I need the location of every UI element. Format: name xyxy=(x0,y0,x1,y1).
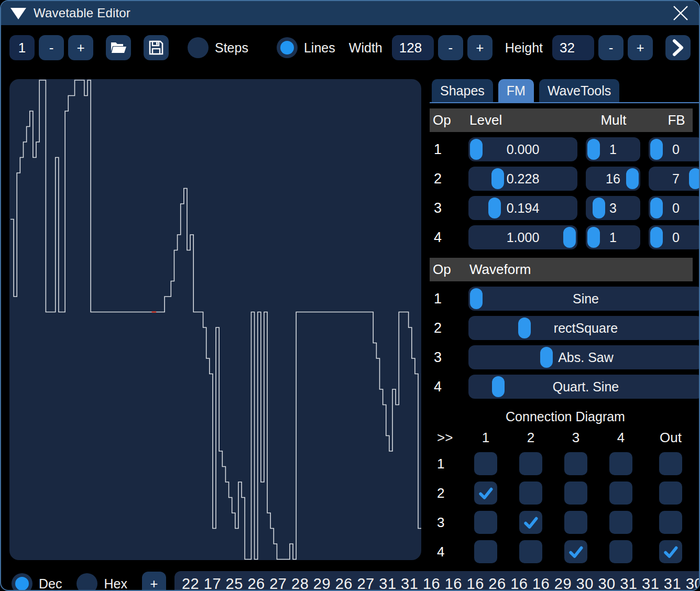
op3-mult-value: 3 xyxy=(586,196,640,220)
fm-table-header: Op Level Mult FB xyxy=(430,108,693,132)
width-minus-button[interactable]: - xyxy=(438,35,463,60)
frame-minus-button[interactable]: - xyxy=(39,35,64,60)
frame-number-display: 1 xyxy=(9,35,35,60)
op1-level-slider[interactable]: 0.000 xyxy=(468,137,577,161)
conn-checkbox-r4-c4[interactable] xyxy=(609,540,632,563)
waveform-plot xyxy=(9,79,421,560)
op2-fb-slider[interactable]: 7 xyxy=(649,167,700,191)
height-plus-button[interactable]: + xyxy=(628,35,653,60)
frame-plus-button[interactable]: + xyxy=(68,35,93,60)
conn-checkbox-r2-c4[interactable] xyxy=(609,481,632,505)
conn-checkbox-r2-c1[interactable] xyxy=(474,481,497,505)
conn-header-arrows: >> xyxy=(434,430,463,446)
check-icon xyxy=(521,513,540,532)
conn-row-label-4: 4 xyxy=(434,544,463,560)
tab-wavetools[interactable]: WaveTools xyxy=(539,79,619,102)
wavetable-editor-window: Wavetable Editor 1 - + xyxy=(0,0,700,591)
op1-waveform-slider[interactable]: Sine xyxy=(468,287,700,311)
wf-op-number: 1 xyxy=(432,291,460,307)
fm-op-number: 1 xyxy=(432,141,460,158)
op1-mult-slider[interactable]: 1 xyxy=(586,137,640,161)
check-icon xyxy=(661,542,680,561)
waveform-table: 1 Sine 2 rectSquare 3 Abs. Saw 4 Quart. … xyxy=(430,287,700,399)
height-minus-button[interactable]: - xyxy=(598,35,624,60)
op1-waveform-name: Sine xyxy=(468,287,700,311)
fm-op-number: 2 xyxy=(432,171,460,187)
width-plus-button[interactable]: + xyxy=(467,35,493,60)
op2-waveform-name: rectSquare xyxy=(468,316,700,340)
save-button[interactable] xyxy=(144,35,169,60)
conn-checkbox-r1-c1[interactable] xyxy=(474,452,497,475)
height-label: Height xyxy=(505,40,543,56)
fm-header-fb: FB xyxy=(649,112,700,128)
values-plus-button[interactable]: + xyxy=(142,572,166,591)
conn-checkbox-r4-c3[interactable] xyxy=(564,540,587,563)
op4-waveform-slider[interactable]: Quart. Sine xyxy=(468,375,700,399)
open-file-button[interactable] xyxy=(106,35,131,60)
op4-fb-value: 0 xyxy=(649,225,700,249)
conn-checkbox-r4-c5[interactable] xyxy=(659,540,682,563)
conn-checkbox-r2-c2[interactable] xyxy=(519,481,542,505)
width-value: 128 xyxy=(392,35,434,60)
tab-bar: Shapes FM WaveTools xyxy=(430,79,700,103)
op4-mult-slider[interactable]: 1 xyxy=(586,225,640,249)
height-value: 32 xyxy=(552,35,594,60)
op2-mult-value: 16 xyxy=(586,167,640,191)
conn-header-1: 1 xyxy=(463,430,508,446)
hex-radio[interactable] xyxy=(76,573,97,591)
titlebar: Wavetable Editor xyxy=(1,1,699,25)
connection-grid: >> 1 2 3 4 Out 1234 xyxy=(430,430,700,563)
tab-shapes[interactable]: Shapes xyxy=(432,79,493,102)
conn-checkbox-r2-c5[interactable] xyxy=(659,481,682,505)
op3-fb-value: 0 xyxy=(649,196,700,220)
conn-header-2: 2 xyxy=(508,430,553,446)
fm-header-mult: Mult xyxy=(586,112,640,128)
conn-checkbox-r3-c1[interactable] xyxy=(474,511,497,534)
dec-radio[interactable] xyxy=(12,573,32,591)
wf-header-waveform: Waveform xyxy=(468,261,700,278)
op3-waveform-slider[interactable]: Abs. Saw xyxy=(468,345,700,369)
conn-checkbox-r3-c4[interactable] xyxy=(609,511,632,534)
conn-checkbox-r1-c5[interactable] xyxy=(659,452,682,475)
conn-header-3: 3 xyxy=(553,430,598,446)
steps-radio[interactable] xyxy=(188,37,209,58)
conn-checkbox-r3-c3[interactable] xyxy=(564,511,587,534)
connection-diagram-title: Connection Diagram xyxy=(430,409,700,424)
op3-mult-slider[interactable]: 3 xyxy=(586,196,640,220)
lines-radio[interactable] xyxy=(277,37,298,58)
op1-level-value: 0.000 xyxy=(468,137,577,161)
conn-header-out: Out xyxy=(643,430,698,446)
waveform-table-header: Op Waveform xyxy=(430,258,693,281)
op4-waveform-name: Quart. Sine xyxy=(468,375,700,399)
folder-open-icon xyxy=(110,41,127,54)
op4-fb-slider[interactable]: 0 xyxy=(649,225,700,249)
main-area: Shapes FM WaveTools Op Level Mult FB 1 0… xyxy=(1,79,699,563)
waveform-canvas[interactable] xyxy=(9,79,421,560)
lines-label: Lines xyxy=(304,40,335,56)
close-button[interactable] xyxy=(672,4,690,22)
conn-checkbox-r4-c1[interactable] xyxy=(474,540,497,563)
conn-checkbox-r1-c2[interactable] xyxy=(519,452,542,475)
conn-checkbox-r3-c5[interactable] xyxy=(659,511,682,534)
save-floppy-icon xyxy=(148,40,164,56)
sample-values-readout: 22 17 25 26 27 28 29 26 27 31 31 16 16 1… xyxy=(174,571,699,591)
op3-level-value: 0.194 xyxy=(468,196,577,220)
op1-fb-slider[interactable]: 0 xyxy=(649,137,700,161)
op2-mult-slider[interactable]: 16 xyxy=(586,167,640,191)
next-page-button[interactable] xyxy=(665,35,691,60)
conn-checkbox-r3-c2[interactable] xyxy=(519,511,542,534)
op2-level-slider[interactable]: 0.228 xyxy=(468,167,577,191)
tab-fm[interactable]: FM xyxy=(498,79,534,102)
check-icon xyxy=(566,542,585,561)
dec-label: Dec xyxy=(39,576,62,591)
conn-checkbox-r1-c3[interactable] xyxy=(564,452,587,475)
op3-fb-slider[interactable]: 0 xyxy=(649,196,700,220)
conn-checkbox-r1-c4[interactable] xyxy=(609,452,632,475)
wf-op-number: 3 xyxy=(432,349,460,366)
op3-level-slider[interactable]: 0.194 xyxy=(468,196,577,220)
conn-checkbox-r2-c3[interactable] xyxy=(564,481,587,505)
op4-level-slider[interactable]: 1.000 xyxy=(468,225,577,249)
wf-header-op: Op xyxy=(432,261,460,278)
op2-waveform-slider[interactable]: rectSquare xyxy=(468,316,700,340)
conn-checkbox-r4-c2[interactable] xyxy=(519,540,542,563)
